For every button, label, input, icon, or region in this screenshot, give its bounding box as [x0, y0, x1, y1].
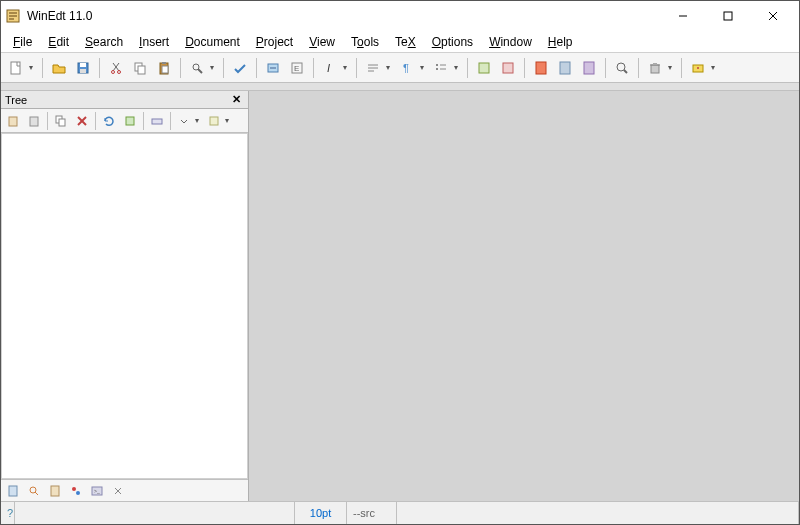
svg-rect-32 [503, 63, 513, 73]
section-dropdown-icon[interactable]: ▾ [386, 63, 394, 72]
tree-collapse-icon[interactable] [147, 111, 167, 131]
list-button[interactable] [430, 57, 452, 79]
tree-tab-search-icon[interactable] [25, 482, 43, 500]
window-title: WinEdt 11.0 [27, 9, 660, 23]
menu-tools[interactable]: Tools [343, 33, 387, 51]
editor-area[interactable] [249, 91, 799, 501]
main-toolbar: ▾ ▾ E I ▾ ▾ ¶ ▾ ▾ ▾ ▾ [1, 53, 799, 83]
errors-dropdown-icon[interactable]: ▾ [711, 63, 719, 72]
errors-button[interactable] [687, 57, 709, 79]
new-file-button[interactable] [5, 57, 27, 79]
tree-delete-icon[interactable] [72, 111, 92, 131]
svg-rect-15 [162, 66, 168, 73]
svg-rect-51 [210, 117, 218, 125]
menu-document[interactable]: Document [177, 33, 248, 51]
tree-tab-close-icon[interactable] [109, 482, 127, 500]
zoom-button[interactable] [611, 57, 633, 79]
toolbar-separator [42, 58, 43, 78]
spellcheck-button[interactable] [229, 57, 251, 79]
toolbar-separator [356, 58, 357, 78]
tree-filter-dropdown-icon[interactable]: ▾ [225, 116, 233, 125]
copy-button[interactable] [129, 57, 151, 79]
trash-button[interactable] [644, 57, 666, 79]
save-button[interactable] [72, 57, 94, 79]
tree-copy-icon[interactable] [51, 111, 71, 131]
tree-separator [143, 112, 144, 130]
tree-separator [170, 112, 171, 130]
section-button[interactable] [362, 57, 384, 79]
insert-label-button[interactable] [262, 57, 284, 79]
svg-point-57 [76, 491, 80, 495]
svg-point-9 [112, 70, 115, 73]
menu-tex[interactable]: TeX [387, 33, 424, 51]
menu-edit[interactable]: Edit [40, 33, 77, 51]
status-bar: ? 10pt --src [1, 501, 799, 524]
menu-window[interactable]: Window [481, 33, 540, 51]
menu-insert[interactable]: Insert [131, 33, 177, 51]
tree-tab-files-icon[interactable] [4, 482, 22, 500]
insert-env-button[interactable]: E [286, 57, 308, 79]
para-dropdown-icon[interactable]: ▾ [420, 63, 428, 72]
tree-open-icon[interactable] [24, 111, 44, 131]
find-dropdown-icon[interactable]: ▾ [210, 63, 218, 72]
tree-close-button[interactable]: ✕ [228, 93, 244, 107]
menu-help[interactable]: Help [540, 33, 581, 51]
status-src[interactable]: --src [347, 502, 397, 524]
toolbar-separator [467, 58, 468, 78]
svg-rect-7 [80, 63, 86, 67]
tree-tabs: >_ [1, 479, 248, 501]
open-file-button[interactable] [48, 57, 70, 79]
menu-search[interactable]: Search [77, 33, 131, 51]
status-help[interactable]: ? [1, 502, 15, 524]
list-dropdown-icon[interactable]: ▾ [454, 63, 462, 72]
compile-button[interactable] [473, 57, 495, 79]
window-controls [660, 2, 795, 30]
tree-build-icon[interactable] [120, 111, 140, 131]
menu-options[interactable]: Options [424, 33, 481, 51]
paste-button[interactable] [153, 57, 175, 79]
new-dropdown-icon[interactable]: ▾ [29, 63, 37, 72]
tree-expand-dropdown-icon[interactable]: ▾ [195, 116, 203, 125]
svg-rect-52 [9, 486, 17, 496]
tree-title: Tree [5, 94, 228, 106]
maximize-button[interactable] [705, 2, 750, 30]
status-spacer [397, 502, 799, 524]
toolbar-separator [256, 58, 257, 78]
menu-view[interactable]: View [301, 33, 343, 51]
preview-button[interactable] [497, 57, 519, 79]
close-button[interactable] [750, 2, 795, 30]
cut-button[interactable] [105, 57, 127, 79]
tree-tab-console-icon[interactable]: >_ [88, 482, 106, 500]
svg-point-56 [72, 487, 76, 491]
svg-rect-14 [162, 62, 166, 64]
svg-rect-8 [80, 69, 86, 73]
tree-tab-gather-icon[interactable] [67, 482, 85, 500]
tree-expand-icon[interactable] [174, 111, 194, 131]
toolbar-separator [99, 58, 100, 78]
tree-filter-icon[interactable] [204, 111, 224, 131]
paragraph-button[interactable]: ¶ [396, 57, 418, 79]
menu-project[interactable]: Project [248, 33, 301, 51]
style-dropdown-icon[interactable]: ▾ [343, 63, 351, 72]
tree-refresh-icon[interactable] [99, 111, 119, 131]
pdf-button[interactable] [530, 57, 552, 79]
svg-rect-31 [479, 63, 489, 73]
trash-dropdown-icon[interactable]: ▾ [668, 63, 676, 72]
minimize-button[interactable] [660, 2, 705, 30]
status-fontsize[interactable]: 10pt [295, 502, 347, 524]
tree-tab-bookmarks-icon[interactable] [46, 482, 64, 500]
tree-separator [95, 112, 96, 130]
toolbar-separator [638, 58, 639, 78]
svg-rect-55 [51, 486, 59, 496]
tree-view[interactable] [1, 133, 248, 479]
tree-new-icon[interactable] [3, 111, 23, 131]
toolbar-separator [180, 58, 181, 78]
ps-button[interactable] [578, 57, 600, 79]
menu-file[interactable]: File [5, 33, 40, 51]
dvi-button[interactable] [554, 57, 576, 79]
svg-line-37 [624, 70, 627, 73]
svg-rect-38 [651, 65, 659, 73]
italic-button[interactable]: I [319, 57, 341, 79]
workspace: Tree ✕ ▾ ▾ >_ [1, 91, 799, 501]
find-button[interactable] [186, 57, 208, 79]
